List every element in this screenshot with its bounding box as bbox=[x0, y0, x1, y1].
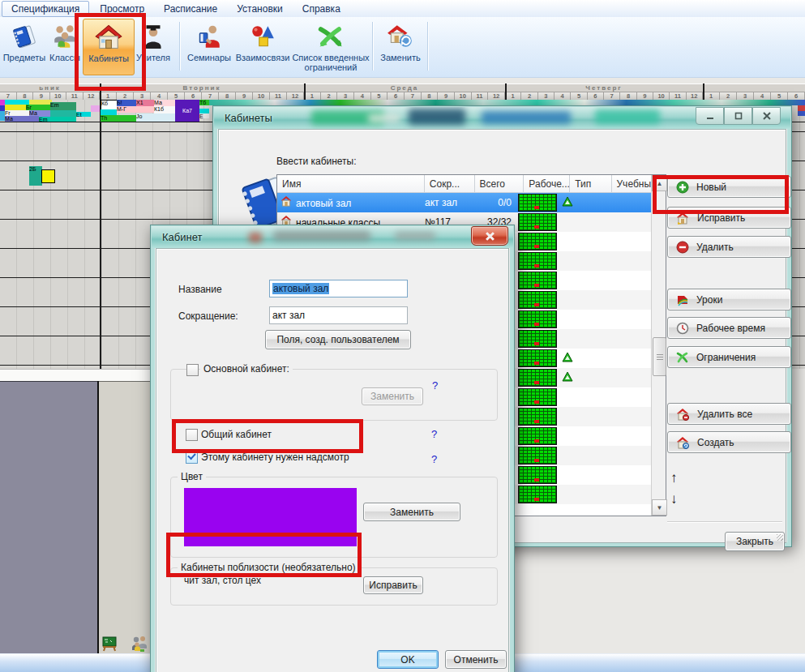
toolbar-button-replace[interactable]: Заменить bbox=[376, 19, 425, 74]
rooms-dialog-titlebar[interactable]: Кабинеты bbox=[214, 107, 790, 129]
house-create-icon bbox=[676, 436, 690, 449]
color-group: Цвет Заменить bbox=[170, 477, 498, 558]
worktime-button[interactable]: Рабочее время bbox=[667, 317, 791, 339]
lesson-cell bbox=[5, 105, 26, 110]
scroll-down-button[interactable]: ▼ bbox=[652, 499, 667, 516]
help-link[interactable]: ? bbox=[431, 453, 437, 465]
lesson-cell bbox=[101, 109, 117, 115]
main-room-checkbox[interactable] bbox=[186, 364, 199, 376]
toolbar-button-seminars[interactable]: Семинары bbox=[183, 19, 235, 74]
column-header-abbr[interactable]: Сокр... bbox=[425, 175, 475, 193]
delete-all-button[interactable]: Удалить все bbox=[667, 403, 791, 425]
replace-main-button[interactable]: Заменить bbox=[362, 387, 423, 405]
timetable-header: ьник789101112Вторник123456789101112Среда… bbox=[0, 83, 805, 101]
lesson-cell: Тh bbox=[101, 115, 136, 122]
close-icon bbox=[762, 111, 772, 121]
list-scrollbar[interactable]: ▲ ▼ bbox=[651, 175, 666, 516]
lesson-cell: К1б bbox=[154, 106, 175, 113]
lesson-cell: Бг bbox=[26, 105, 50, 110]
day-header: Среда123456789101112 bbox=[304, 84, 506, 101]
menu-item-schedule[interactable]: Расписание bbox=[155, 2, 226, 16]
rooms-list-header: Имя Сокр... Всего Рабоче... Тип Учебны..… bbox=[277, 175, 666, 193]
close-dialog-button[interactable]: Закрыть bbox=[725, 532, 785, 551]
menu-item-view[interactable]: Просмотр bbox=[91, 2, 153, 16]
edit-nearby-button[interactable]: Исправить bbox=[363, 576, 423, 594]
name-input[interactable]: актовый зал bbox=[269, 280, 408, 297]
menu-item-settings[interactable]: Установки bbox=[228, 2, 291, 16]
blurred-timetable-strip bbox=[209, 100, 805, 105]
menu-item-help[interactable]: Справка bbox=[293, 2, 349, 16]
room-edit-dialog: Кабинет Название актовый зал Сокращение:… bbox=[150, 225, 515, 672]
supervision-checkbox[interactable] bbox=[186, 452, 198, 464]
resize-grip[interactable] bbox=[777, 534, 783, 541]
edit-button[interactable]: Исправить bbox=[667, 207, 791, 229]
lesson-cell bbox=[41, 169, 55, 183]
create-button[interactable]: Создать bbox=[667, 431, 791, 453]
book-icon bbox=[11, 20, 38, 53]
button-label: Удалить bbox=[696, 242, 734, 253]
day-name: Среда bbox=[304, 84, 505, 92]
menu-item-specification[interactable]: Спецификация bbox=[2, 1, 89, 17]
column-header-type[interactable]: Тип bbox=[570, 175, 611, 193]
room-name: актовый зал bbox=[296, 198, 351, 209]
lesson-cell: Б! bbox=[117, 100, 136, 106]
new-button[interactable]: Новый bbox=[667, 176, 791, 198]
replace-color-button[interactable]: Заменить bbox=[363, 503, 460, 521]
custom-fields-button[interactable]: Поля, созд. пользователем bbox=[265, 330, 411, 349]
lesson-cell bbox=[798, 105, 805, 111]
toolbar-button-label: Семинары bbox=[187, 53, 231, 62]
minimize-button[interactable] bbox=[696, 107, 724, 125]
lessons-button[interactable]: Уроки bbox=[667, 289, 791, 310]
button-label: Удалить все bbox=[697, 409, 752, 420]
main-room-group: Основной кабинет: Заменить ? bbox=[170, 369, 498, 421]
table-row[interactable]: актовый залакт зал0/0 bbox=[277, 193, 666, 212]
help-link[interactable]: ? bbox=[432, 379, 438, 392]
toolbar-button-constraints-list[interactable]: Список введенных ограничений bbox=[290, 19, 371, 74]
maximize-button[interactable] bbox=[724, 107, 752, 125]
worktime-grid bbox=[518, 349, 557, 367]
toolbar-button-subjects[interactable]: Предметы bbox=[2, 19, 47, 74]
lesson-cell: Et bbox=[76, 112, 91, 117]
column-header-worktime[interactable]: Рабоче... bbox=[524, 175, 570, 193]
close-button[interactable] bbox=[752, 107, 781, 125]
column-header-total[interactable]: Всего bbox=[475, 175, 525, 193]
worktime-grid bbox=[518, 427, 557, 445]
move-down-arrow[interactable]: ↓ bbox=[670, 491, 678, 507]
toolbar-button-rooms[interactable]: Кабинеты bbox=[83, 19, 135, 75]
nearby-rooms-label: Кабинеты поблизости (необязательно) bbox=[178, 562, 359, 573]
day-name: ьник bbox=[0, 84, 100, 92]
toolbar-separator bbox=[372, 22, 373, 71]
move-up-arrow[interactable]: ↑ bbox=[670, 470, 678, 486]
input-value: акт зал bbox=[272, 310, 305, 321]
delete-button[interactable]: Удалить bbox=[667, 236, 791, 258]
cancel-button[interactable]: Отменить bbox=[445, 650, 507, 669]
toolbar-button-classes[interactable]: Классы bbox=[47, 19, 83, 74]
day-header: Четверг123456789101112 bbox=[505, 84, 704, 101]
button-label: Новый bbox=[696, 182, 726, 193]
column-header-name[interactable]: Имя bbox=[277, 175, 425, 193]
day-name bbox=[703, 84, 805, 92]
abbr-input[interactable]: акт зал bbox=[269, 306, 408, 324]
worktime-grid bbox=[518, 272, 557, 289]
room-dialog-titlebar[interactable]: Кабинет bbox=[152, 226, 513, 248]
help-link[interactable]: ? bbox=[431, 428, 437, 440]
close-button[interactable] bbox=[471, 226, 508, 246]
worktime-grid bbox=[518, 330, 557, 348]
button-label: Заменить bbox=[390, 507, 434, 518]
button-label: Отменить bbox=[454, 654, 499, 666]
list-caption: Ввести кабинеты: bbox=[276, 156, 357, 167]
ok-button[interactable]: OK bbox=[377, 650, 439, 669]
toolbar-button-teachers[interactable]: Учителя bbox=[133, 19, 173, 74]
worktime-grid bbox=[518, 233, 557, 250]
button-label: Ограничения bbox=[696, 352, 756, 363]
scroll-thumb[interactable] bbox=[653, 337, 666, 376]
scroll-up-button[interactable]: ▲ bbox=[652, 175, 667, 191]
color-label: Цвет bbox=[178, 471, 206, 482]
app-window: Спецификация Просмотр Расписание Установ… bbox=[0, 0, 805, 672]
selected-text: актовый зал bbox=[272, 283, 329, 294]
worktime-grid bbox=[518, 291, 557, 309]
constraints-button[interactable]: Ограничения bbox=[667, 346, 791, 368]
toolbar-button-relations[interactable]: Взаимосвязи bbox=[235, 19, 290, 74]
shared-room-checkbox[interactable] bbox=[186, 429, 198, 441]
close-icon bbox=[485, 231, 495, 242]
